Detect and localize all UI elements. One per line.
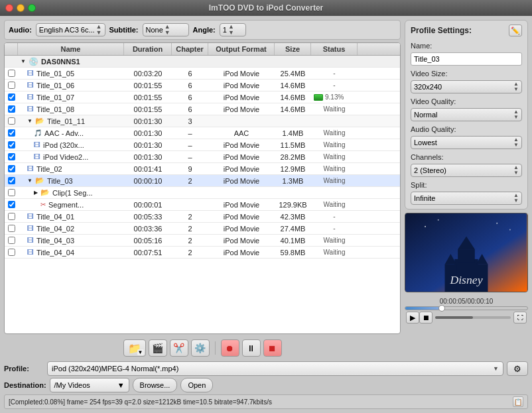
col-chapter: Chapter bbox=[172, 43, 208, 55]
row-checkbox[interactable] bbox=[8, 189, 15, 196]
tree-toggle-icon[interactable]: ▼ bbox=[21, 58, 26, 64]
add-dvd-button[interactable]: 📁 ▼ bbox=[123, 339, 146, 357]
row-checkbox[interactable] bbox=[8, 237, 15, 244]
name-input[interactable] bbox=[411, 52, 522, 66]
preview-play-button[interactable]: ▶ bbox=[406, 312, 419, 324]
open-button[interactable]: Open bbox=[180, 378, 213, 392]
row-name-text: Title_04_01 bbox=[36, 213, 74, 221]
table-row[interactable]: 🎞iPod Video2...00:01:30–iPod Movie28.2MB… bbox=[5, 151, 400, 163]
row-checkbox[interactable] bbox=[8, 201, 15, 208]
preview-progress-thumb[interactable] bbox=[438, 305, 445, 312]
table-row[interactable]: ▼📂Title_01_1100:01:303 bbox=[5, 115, 400, 127]
dest-combo[interactable]: /My Videos ▼ bbox=[50, 378, 129, 392]
video-quality-select[interactable]: Normal ▲▼ bbox=[411, 108, 522, 121]
add-files-button[interactable]: 🎬 bbox=[149, 339, 167, 357]
table-row[interactable]: 🎵AAC - Adv...00:01:30–AAC1.4MBWaiting bbox=[5, 127, 400, 139]
audio-quality-arrows-icon: ▲▼ bbox=[513, 137, 519, 148]
channels-value: 2 (Stereo) bbox=[414, 166, 446, 174]
film-icon: 🎞 bbox=[27, 213, 34, 220]
maximize-button[interactable] bbox=[28, 4, 36, 12]
browse-button[interactable]: Browse... bbox=[133, 378, 178, 392]
row-size: 59.8MB bbox=[275, 248, 311, 257]
bottom-section: Profile: iPod (320x240)MPEG-4 Normal(*.m… bbox=[4, 361, 528, 409]
preview-time: 00:00:05/00:00:10 bbox=[405, 298, 528, 305]
table-row[interactable]: 🎞Title_04_0100:05:332iPod Movie42.3MB- bbox=[5, 211, 400, 223]
row-name: 🎵AAC - Adv... bbox=[18, 129, 124, 138]
tree-toggle-icon[interactable]: ▼ bbox=[27, 178, 33, 184]
angle-select[interactable]: 1 ▲▼ bbox=[220, 23, 246, 36]
preview-expand-button[interactable]: ⛶ bbox=[513, 312, 527, 324]
scissors-icon: ✂ bbox=[40, 201, 46, 208]
table-row[interactable]: ▼📂Title_0300:00:102iPod Movie1.3MBWaitin… bbox=[5, 175, 400, 187]
progress-bar-fill bbox=[314, 94, 323, 101]
table-row[interactable]: 🎞Title_01_0700:01:556iPod Movie14.6MB9.1… bbox=[5, 91, 400, 103]
row-checkbox-cell bbox=[5, 212, 18, 221]
tree-toggle-icon[interactable]: ▼ bbox=[27, 118, 33, 124]
row-chapter bbox=[172, 61, 208, 62]
row-checkbox[interactable] bbox=[8, 70, 15, 77]
preview-volume-slider[interactable] bbox=[435, 316, 511, 319]
row-duration: 00:07:51 bbox=[124, 248, 172, 257]
audio-select[interactable]: English AC3 6c... ▲▼ bbox=[36, 23, 105, 36]
subtitle-select[interactable]: None ▲▼ bbox=[143, 23, 189, 36]
status-icon-button[interactable]: 📋 bbox=[513, 396, 523, 407]
row-name: 🎞Title_02 bbox=[18, 164, 124, 174]
table-row[interactable]: 🎞Title_01_0600:01:556iPod Movie14.6MB- bbox=[5, 80, 400, 91]
close-button[interactable] bbox=[5, 4, 13, 12]
row-size bbox=[275, 192, 311, 194]
table-row[interactable]: ▼💿DAS0NNS1 bbox=[5, 56, 400, 68]
table-row[interactable]: 🎞Title_0200:01:419iPod Movie12.9MBWaitin… bbox=[5, 163, 400, 175]
row-checkbox[interactable] bbox=[8, 105, 15, 113]
audio-quality-select[interactable]: Lowest ▲▼ bbox=[411, 136, 522, 149]
profile-combo-settings-button[interactable]: ⚙ bbox=[507, 361, 528, 376]
settings-button[interactable]: ⚙️ bbox=[191, 339, 210, 357]
row-checkbox[interactable] bbox=[8, 177, 15, 184]
row-checkbox[interactable] bbox=[8, 225, 15, 232]
table-row[interactable]: ▶📂Clip(1 Seg... bbox=[5, 187, 400, 199]
table-row[interactable]: 🎞iPod (320x...00:01:30–iPod Movie11.5MBW… bbox=[5, 139, 400, 151]
row-checkbox[interactable] bbox=[8, 249, 15, 256]
row-checkbox[interactable] bbox=[8, 82, 15, 89]
row-checkbox[interactable] bbox=[8, 165, 15, 172]
convert-button[interactable]: ⏺ bbox=[221, 339, 239, 357]
row-name-text: Title_04_02 bbox=[36, 225, 74, 233]
video-quality-value: Normal bbox=[414, 111, 437, 119]
table-row[interactable]: ✂Segment...00:00:01iPod Movie129.9KBWait… bbox=[5, 199, 400, 211]
channels-select[interactable]: 2 (Stereo) ▲▼ bbox=[411, 164, 522, 177]
profile-combo[interactable]: iPod (320x240)MPEG-4 Normal(*.mp4) ▼ bbox=[47, 361, 503, 376]
row-duration: 00:01:30 bbox=[124, 117, 172, 126]
split-select[interactable]: Infinite ▲▼ bbox=[411, 192, 522, 205]
table-row[interactable]: 🎞Title_04_0300:05:162iPod Movie40.1MBWai… bbox=[5, 235, 400, 247]
table-row[interactable]: 🎞Title_04_0400:07:512iPod Movie59.8MBWai… bbox=[5, 247, 400, 259]
svg-point-8 bbox=[425, 226, 426, 227]
video-size-select[interactable]: 320x240 ▲▼ bbox=[411, 80, 522, 93]
row-checkbox[interactable] bbox=[8, 93, 15, 101]
preview-progress-bar[interactable] bbox=[405, 306, 528, 310]
table-row[interactable]: 🎞Title_01_0500:03:206iPod Movie25.4MB- bbox=[5, 68, 400, 80]
table-row[interactable]: 🎞Title_04_0200:03:362iPod Movie27.4MB- bbox=[5, 223, 400, 235]
col-check bbox=[5, 43, 18, 55]
col-status: Status bbox=[311, 43, 358, 55]
window-controls bbox=[5, 4, 36, 12]
row-checkbox-cell bbox=[5, 105, 18, 113]
stop-button[interactable]: ⏹ bbox=[263, 339, 282, 357]
profile-edit-button[interactable]: ✏️ bbox=[509, 25, 522, 36]
row-size: 14.6MB bbox=[275, 105, 311, 114]
minimize-button[interactable] bbox=[17, 4, 25, 12]
folder-icon: 📂 bbox=[40, 188, 50, 197]
row-status: - bbox=[311, 224, 358, 233]
edit-button[interactable]: ✂️ bbox=[170, 339, 188, 357]
row-size: 28.2MB bbox=[275, 152, 311, 162]
row-checkbox-cell bbox=[5, 248, 18, 257]
video-quality-label: Video Quality: bbox=[411, 97, 522, 105]
pause-button[interactable]: ⏸ bbox=[242, 339, 261, 357]
row-checkbox[interactable] bbox=[8, 213, 15, 220]
row-checkbox[interactable] bbox=[8, 141, 15, 148]
tree-toggle-icon[interactable]: ▶ bbox=[34, 190, 38, 196]
table-row[interactable]: 🎞Title_01_0800:01:556iPod Movie14.6MBWai… bbox=[5, 103, 400, 115]
row-checkbox[interactable] bbox=[8, 153, 15, 160]
row-name: 🎞Title_04_01 bbox=[18, 212, 124, 221]
preview-stop-button[interactable]: ⏹ bbox=[419, 312, 432, 324]
row-checkbox[interactable] bbox=[8, 129, 15, 137]
row-checkbox[interactable] bbox=[8, 117, 15, 125]
